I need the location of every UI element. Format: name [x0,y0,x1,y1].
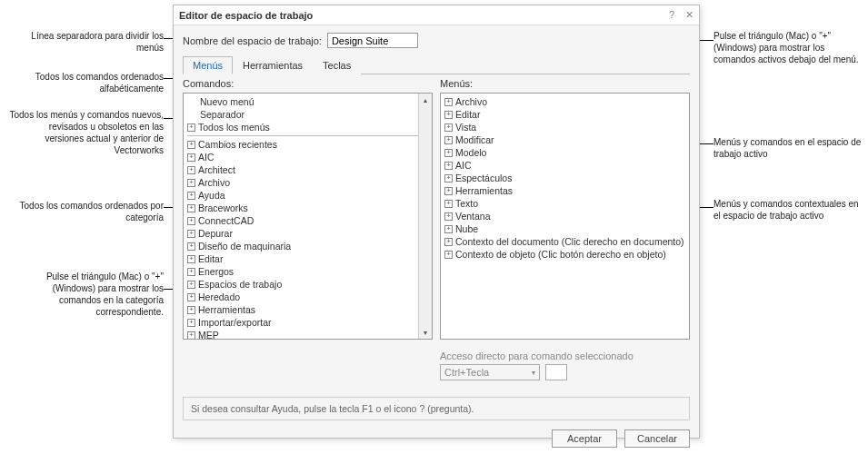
menu-item-label: AIC [455,160,472,171]
menu-item-label: Contexto del documento (Clic derecho en … [455,236,684,247]
expander-icon[interactable]: + [444,238,453,246]
menu-item-label: Archivo [455,96,487,107]
callout-alpha: Todos los comandos ordenados alfabéticam… [9,71,164,94]
menu-item-label: Modificar [455,134,494,145]
close-icon[interactable]: ✕ [685,9,693,21]
command-category-item[interactable]: +Heredado [187,291,428,303]
menu-item[interactable]: +Nube [444,222,685,235]
command-category-item[interactable]: +Archivo [187,176,428,189]
expander-icon[interactable]: + [187,179,195,187]
menu-item[interactable]: +Editar [444,108,685,121]
command-category-item[interactable]: +Braceworks [187,202,428,214]
command-category-item[interactable]: +Herramientas [187,303,428,316]
menu-item[interactable]: +Modificar [444,133,685,146]
menus-listbox[interactable]: +Archivo+Editar+Vista+Modificar+Modelo+A… [440,93,690,340]
tab-menus[interactable]: Menús [183,56,233,74]
chevron-down-icon: ▾ [532,369,535,377]
titlebar[interactable]: Editor de espacio de trabajo ? ✕ [174,5,699,25]
command-top-item[interactable]: +Todos los menús [187,121,428,133]
callout-context-menus: Menús y comandos contextuales en el espa… [713,198,863,222]
menu-item[interactable]: +Texto [444,197,685,210]
expander-icon[interactable]: + [444,187,453,195]
expander-icon[interactable]: + [187,166,195,174]
callout-expand-menu: Pulse el triángulo (Mac) o "+" (Windows)… [713,30,863,65]
commands-scrollbar[interactable]: ▴ ▾ [418,94,432,339]
expander-icon[interactable]: + [444,136,453,144]
menu-item-label: Vista [455,122,476,133]
menu-item[interactable]: +Archivo [444,95,685,108]
context-menu-item[interactable]: +Contexto del documento (Clic derecho en… [444,235,685,248]
help-icon[interactable]: ? [669,9,674,21]
expander-icon[interactable]: + [444,98,453,106]
expander-icon[interactable]: + [187,255,195,263]
expander-icon[interactable]: + [444,225,453,233]
expander-icon[interactable]: + [187,268,195,276]
command-top-item[interactable]: Separador [187,108,428,121]
menu-item-label: Espectáculos [455,173,512,183]
expander-icon[interactable]: + [444,111,453,119]
expander-icon[interactable]: + [187,306,195,314]
scroll-up-icon[interactable]: ▴ [419,94,432,106]
expander-icon[interactable]: + [187,153,195,162]
callout-expand-cat: Pulse el triángulo (Mac) o "+" (Windows)… [9,271,164,318]
command-item-label: Separador [200,109,244,120]
menu-item[interactable]: +Herramientas [444,184,685,197]
workspace-name-input[interactable] [327,33,418,48]
command-item-label: Diseño de maquinaria [198,241,291,252]
command-category-item[interactable]: +Espacios de trabajo [187,278,428,291]
command-top-item[interactable]: Nuevo menú [187,95,428,108]
accept-button[interactable]: Aceptar [552,429,617,448]
command-category-item[interactable]: +Ayuda [187,189,428,202]
command-category-item[interactable]: +Importar/exportar [187,316,428,329]
expander-icon[interactable]: + [187,192,195,200]
expander-icon[interactable]: + [187,242,195,251]
expander-icon[interactable]: + [187,204,195,212]
expander-icon[interactable]: + [187,123,195,132]
shortcut-label: Acceso directo para comando seleccionado [440,350,690,361]
expander-icon[interactable]: + [444,200,453,208]
command-item-label: Importar/exportar [198,317,272,328]
command-category-item[interactable]: +ConnectCAD [187,214,428,227]
context-menu-item[interactable]: +Contexto de objeto (Clic botón derecho … [444,248,685,261]
scroll-down-icon[interactable]: ▾ [419,326,432,339]
menu-item[interactable]: +Modelo [444,146,685,159]
menu-item[interactable]: +Ventana [444,210,685,222]
expander-icon[interactable]: + [444,174,453,183]
menu-item[interactable]: +AIC [444,159,685,172]
expander-icon[interactable]: + [187,319,195,327]
expander-icon[interactable]: + [187,141,195,149]
shortcut-key-input[interactable] [545,364,567,380]
command-category-item[interactable]: +AIC [187,151,428,163]
expander-icon[interactable]: + [444,212,453,221]
command-category-item[interactable]: +Architect [187,163,428,176]
shortcut-modifier-combo[interactable]: Ctrl+Tecla ▾ [440,364,540,380]
expander-icon[interactable]: + [444,149,453,157]
command-item-label: Braceworks [198,202,248,213]
expander-icon[interactable]: + [444,123,453,132]
command-category-item[interactable]: +Diseño de maquinaria [187,240,428,252]
expander-icon[interactable]: + [187,331,195,340]
command-category-item[interactable]: +Depurar [187,227,428,240]
expander-icon[interactable]: + [187,230,195,238]
expander-icon[interactable]: + [187,281,195,289]
command-category-item[interactable]: +Editar [187,252,428,265]
menu-item-label: Editar [455,109,480,120]
expander-icon[interactable]: + [187,217,195,225]
menu-item[interactable]: +Vista [444,121,685,133]
expander-icon[interactable]: + [444,162,453,170]
command-item-label: Archivo [198,177,230,188]
command-item-label: Depurar [198,228,233,239]
command-category-item[interactable]: +MEP [187,329,428,339]
tab-keys[interactable]: Teclas [313,56,361,74]
expander-icon[interactable]: + [187,293,195,301]
expander-icon[interactable]: + [444,251,453,259]
workspace-editor-dialog: Editor de espacio de trabajo ? ✕ Nombre … [173,5,700,439]
tab-tools[interactable]: Herramientas [233,56,313,74]
commands-listbox[interactable]: Nuevo menúSeparador+Todos los menús+Camb… [183,93,433,340]
command-category-item[interactable]: +Energos [187,265,428,278]
command-category-item[interactable]: +Cambios recientes [187,138,428,151]
workspace-name-label: Nombre del espacio de trabajo: [183,35,322,46]
cancel-button[interactable]: Cancelar [624,429,690,448]
command-item-label: Editar [198,253,223,264]
menu-item[interactable]: +Espectáculos [444,172,685,184]
